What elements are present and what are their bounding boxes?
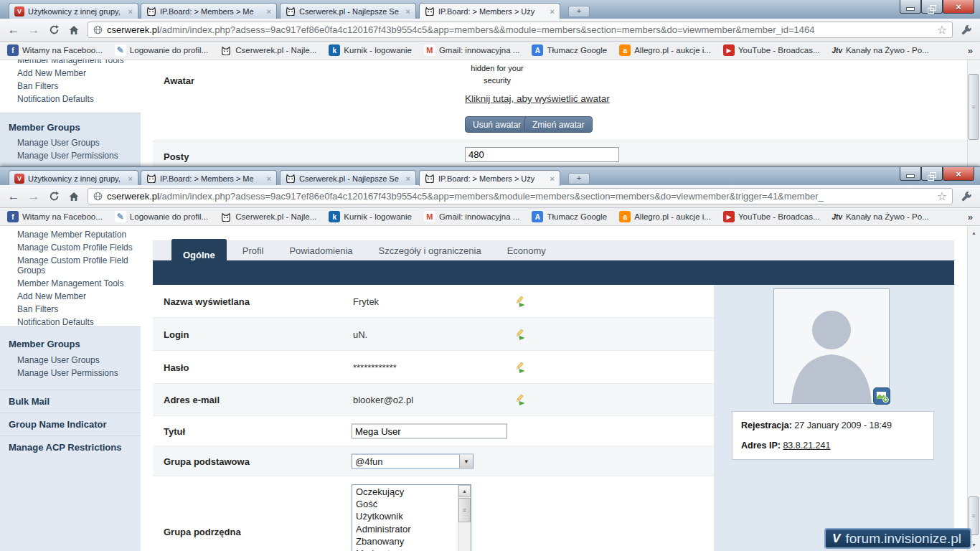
forward-button[interactable]: → (24, 187, 43, 206)
browser-tab-users-other-group[interactable]: V Użytkownicy z innej grupy, × (9, 170, 138, 186)
sidebar-header-member-groups[interactable]: Member Groups (0, 113, 141, 136)
tab-szczegoly-i-ograniczenia[interactable]: Szczegóły i ograniczenia (369, 240, 491, 260)
change-avatar-button[interactable]: Zmień awatar (524, 116, 593, 133)
minimize-button[interactable] (900, 167, 921, 181)
scroll-up-icon[interactable]: ▲ (458, 485, 471, 497)
bookmark-kurnik[interactable]: kKurnik - logowanie (329, 44, 412, 56)
sidebar-item-manage-user-groups[interactable]: Manage User Groups (0, 136, 141, 149)
reload-button[interactable] (44, 21, 63, 39)
group-option[interactable]: Moderator (353, 547, 458, 551)
scrollbar-thumb[interactable]: ≡ (969, 74, 979, 140)
bookmark-justintv[interactable]: JtvKanały na Żywo - Po... (832, 44, 929, 56)
bookmark-youtube[interactable]: ▶YouTube - Broadcas... (723, 211, 820, 222)
group-option[interactable]: Użytkownik (353, 510, 458, 522)
restore-button[interactable] (921, 167, 943, 181)
change-photo-badge-icon[interactable] (873, 387, 890, 405)
bookmark-star-icon[interactable]: ☆ (937, 23, 947, 37)
remove-avatar-button[interactable]: Usuń awatar (465, 116, 529, 133)
back-button[interactable]: ← (4, 21, 23, 39)
browser-tab-ipboard-member-view[interactable]: IP.Board: > Members > Uży × (419, 170, 560, 186)
sidebar-item-add-new-member[interactable]: Add New Member (0, 67, 141, 80)
edit-pencil-icon[interactable] (514, 394, 525, 405)
sidebar-section-group-name-indicator[interactable]: Group Name Indicator (0, 413, 141, 435)
tab-profil[interactable]: Profil (232, 240, 274, 260)
browser-tab-cserwerek[interactable]: Cserwerek.pl - Najlepsze Se × (280, 3, 416, 19)
sidebar-section-bulk-mail[interactable]: Bulk Mail (0, 390, 141, 413)
scrollbar-thumb[interactable]: ≡ (458, 498, 471, 522)
browser-tab-ipboard-members[interactable]: IP.Board: > Members > Me × (141, 170, 277, 186)
bookmark-cserwerek[interactable]: Cserwerek.pl - Najle... (220, 211, 316, 222)
bookmark-gmail[interactable]: MGmail: innowacyjna ... (424, 44, 520, 56)
sidebar-section-manage-acp-restrictions[interactable]: Manage ACP Restrictions (0, 435, 141, 458)
edit-pencil-icon[interactable] (514, 362, 525, 373)
sidebar-item-member-management-tools[interactable]: Member Management Tools (0, 60, 141, 67)
show-avatar-link[interactable]: Kliknij tutaj, aby wyświetlić awatar (465, 93, 610, 104)
sidebar-item-manage-user-permissions[interactable]: Manage User Permissions (0, 367, 141, 380)
sidebar-item-ban-filters[interactable]: Ban Filters (0, 303, 141, 316)
bookmark-allegro[interactable]: aAllegro.pl - aukcje i... (619, 211, 711, 222)
sidebar-item-notification-defaults[interactable]: Notification Defaults (0, 93, 141, 105)
chevron-down-icon[interactable]: ▼ (459, 454, 473, 468)
sidebar-item-manage-user-groups[interactable]: Manage User Groups (0, 354, 141, 367)
close-button[interactable]: × (943, 0, 974, 14)
address-bar[interactable]: cserwerek.pl/admin/index.php?adsess=9ac9… (88, 22, 953, 38)
secondary-groups-listbox[interactable]: Oczekujący Gość Użytkownik Administrator… (352, 484, 471, 551)
bookmark-kurnik[interactable]: kKurnik - logowanie (329, 211, 412, 222)
browser-tab-ipboard-member-view[interactable]: IP.Board: > Members > Uży × (419, 3, 560, 19)
posts-input[interactable] (465, 147, 619, 162)
new-tab-button[interactable]: + (568, 6, 590, 17)
reload-button[interactable] (44, 187, 63, 206)
bookmark-star-icon[interactable]: ☆ (937, 189, 947, 203)
address-bar[interactable]: cserwerek.pl/admin/index.php?adsess=9ac9… (88, 188, 953, 204)
bookmarks-overflow-chevron[interactable]: » (968, 212, 973, 222)
edit-pencil-icon[interactable] (514, 296, 525, 307)
group-option[interactable]: Gość (353, 498, 458, 510)
scroll-up-icon[interactable]: ▲ (968, 227, 980, 238)
ip-address-link[interactable]: 83.8.21.241 (783, 441, 830, 451)
group-option[interactable]: Oczekujący (353, 486, 458, 498)
sidebar-item-manage-custom-profile-field-groups[interactable]: Manage Custom Profile Field Groups (0, 254, 141, 277)
bookmark-facebook[interactable]: fWitamy na Faceboo... (7, 211, 103, 222)
sidebar-item-ban-filters[interactable]: Ban Filters (0, 80, 141, 93)
bookmark-youtube[interactable]: ▶YouTube - Broadcas... (723, 44, 820, 56)
tab-economy[interactable]: Economy (497, 240, 556, 260)
tab-close-icon[interactable]: × (550, 7, 555, 16)
bookmark-facebook[interactable]: fWitamy na Faceboo... (7, 44, 103, 56)
page-scrollbar[interactable]: ▲ ≡ ▼ (967, 226, 980, 551)
sidebar-header-member-groups[interactable]: Member Groups (0, 327, 141, 354)
home-button[interactable] (65, 187, 83, 206)
browser-tab-users-other-group[interactable]: V Użytkownicy z innej grupy, × (9, 3, 138, 19)
bookmarks-overflow-chevron[interactable]: » (968, 45, 973, 56)
bookmark-login-profile[interactable]: ✎Logowanie do profil... (115, 44, 208, 56)
sidebar-item-manage-user-permissions[interactable]: Manage User Permissions (0, 149, 141, 162)
bookmark-translate[interactable]: ATłumacz Google (532, 211, 607, 222)
wrench-menu-icon[interactable] (957, 21, 976, 39)
bookmark-cserwerek[interactable]: Cserwerek.pl - Najle... (220, 44, 316, 56)
tab-close-icon[interactable]: × (267, 174, 271, 183)
close-button[interactable]: × (943, 167, 974, 181)
bookmark-gmail[interactable]: MGmail: innowacyjna ... (424, 211, 520, 222)
bookmark-justintv[interactable]: JtvKanały na Żywo - Po... (832, 211, 929, 222)
tab-close-icon[interactable]: × (550, 174, 555, 183)
bookmark-login-profile[interactable]: ✎Logowanie do profil... (115, 211, 208, 222)
sidebar-item-member-management-tools[interactable]: Member Management Tools (0, 277, 141, 290)
browser-tab-cserwerek[interactable]: Cserwerek.pl - Najlepsze Se × (280, 170, 416, 186)
sidebar-item-manage-custom-profile-fields[interactable]: Manage Custom Profile Fields (0, 241, 141, 254)
primary-group-select[interactable]: @4fun ▼ (352, 453, 473, 468)
title-input[interactable] (352, 423, 507, 438)
tab-close-icon[interactable]: × (267, 7, 271, 16)
home-button[interactable] (65, 21, 83, 39)
tab-close-icon[interactable]: × (128, 174, 133, 183)
browser-tab-ipboard-members[interactable]: IP.Board: > Members > Me × (141, 3, 277, 19)
restore-button[interactable] (921, 0, 943, 14)
listbox-scrollbar[interactable]: ▲ ≡ (458, 485, 471, 551)
minimize-button[interactable] (900, 0, 921, 14)
group-option[interactable]: Zbanowany (353, 535, 458, 547)
forward-button[interactable]: → (24, 21, 43, 39)
tab-close-icon[interactable]: × (406, 174, 410, 183)
invisionize-watermark-link[interactable]: V forum.invisionize.pl (824, 528, 971, 549)
tab-close-icon[interactable]: × (406, 7, 410, 16)
back-button[interactable]: ← (4, 187, 23, 206)
sidebar-item-manage-member-reputation[interactable]: Manage Member Reputation (0, 228, 141, 241)
bookmark-translate[interactable]: ATłumacz Google (532, 44, 607, 56)
